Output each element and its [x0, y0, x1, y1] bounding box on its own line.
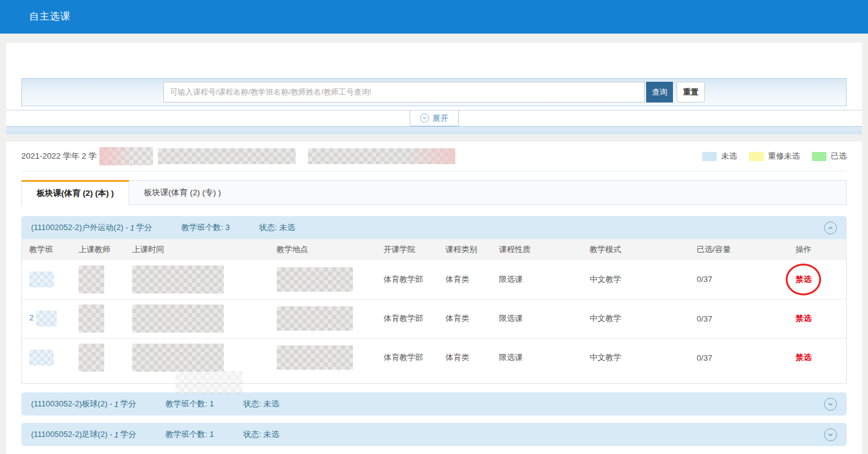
- selected-swatch: [812, 152, 827, 161]
- table-row: 2 体育教学部 体育类 限选课 中文教学 0/37 禁选: [22, 299, 846, 338]
- collapse-control[interactable]: [824, 222, 837, 234]
- tab-sports-undergrad[interactable]: 板块课(体育 (2) (本) ): [21, 180, 129, 205]
- mode-cell: 中文教学: [582, 260, 689, 299]
- chevron-down-circle-icon: [824, 428, 837, 441]
- nature-cell: 限选课: [492, 299, 583, 338]
- decorative-band: [6, 126, 862, 134]
- class-count: 教学班个数: 3: [181, 222, 229, 233]
- mode-cell: 中文教学: [582, 299, 689, 338]
- capacity-cell: 0/37: [689, 299, 788, 338]
- semester-row: 2021-2022 学年 2 学 未选 重修未选 已选: [21, 142, 847, 171]
- mode-cell: 中文教学: [582, 338, 689, 377]
- capacity-cell: 0/37: [689, 338, 788, 377]
- col-header-category: 课程类别: [438, 239, 492, 260]
- expand-control[interactable]: [824, 398, 837, 411]
- redacted-teacher: [79, 304, 104, 333]
- redaction-smudge: [176, 371, 243, 394]
- course-selection-card: 2021-2022 学年 2 学 未选 重修未选 已选 板块课(体育 (2) (…: [6, 142, 862, 454]
- category-cell: 体育类: [438, 260, 492, 299]
- redacted-time: [132, 265, 224, 294]
- nature-cell: 限选课: [492, 338, 583, 377]
- legend-label: 已选: [831, 151, 847, 162]
- teaching-class-table-panel: 教学班 上课教师 上课时间 教学地点 开课学院 课程类别 课程性质 教学模式 已…: [21, 239, 847, 384]
- table-header-row: 教学班 上课教师 上课时间 教学地点 开课学院 课程类别 课程性质 教学模式 已…: [22, 239, 846, 260]
- col-header-time: 上课时间: [125, 239, 269, 260]
- table-row: 体育教学部 体育类 限选课 中文教学 0/37 禁选: [22, 338, 846, 377]
- legend-item-unselected: 未选: [702, 151, 737, 162]
- search-panel: 查询 重置: [21, 78, 847, 106]
- expand-control[interactable]: [824, 428, 837, 441]
- col-header-nature: 课程性质: [492, 239, 583, 260]
- legend-label: 未选: [721, 151, 737, 162]
- search-input[interactable]: [163, 82, 645, 103]
- redacted-location: [277, 345, 353, 370]
- nature-cell: 限选课: [492, 260, 583, 299]
- redacted-class-name: [29, 350, 54, 366]
- col-header-college: 开课学院: [376, 239, 438, 260]
- category-cell: 体育类: [438, 338, 492, 377]
- college-cell: 体育教学部: [376, 299, 438, 338]
- col-header-capacity: 已选/容量: [689, 239, 788, 260]
- redacted-teacher: [79, 344, 104, 372]
- expand-row: 展开: [6, 110, 862, 126]
- college-cell: 体育教学部: [376, 338, 438, 377]
- course-credit: 1: [112, 430, 120, 439]
- course-status: 状态: 未选: [243, 429, 279, 440]
- redacted-location: [277, 306, 353, 331]
- col-header-location: 教学地点: [269, 239, 377, 260]
- redacted-block: [308, 148, 455, 164]
- redacted-time: [132, 344, 224, 372]
- table-row: 体育教学部 体育类 限选课 中文教学 0/37 禁选: [22, 260, 846, 299]
- class-count: 教学班个数: 1: [165, 398, 213, 409]
- app-header: 自主选课: [0, 0, 868, 34]
- reset-button[interactable]: 重置: [677, 82, 705, 103]
- unselected-swatch: [702, 152, 717, 161]
- college-cell: 体育教学部: [376, 260, 438, 299]
- query-button[interactable]: 查询: [646, 82, 673, 103]
- course-panel-header-cricket[interactable]: (111003052-2)板球(2) - 1 学分 教学班个数: 1 状态: 未…: [21, 392, 847, 416]
- course-title: (111003052-2)板球(2) -: [31, 398, 112, 409]
- course-panel-header-football[interactable]: (111005052-2)足球(2) - 1 学分 教学班个数: 1 状态: 未…: [21, 423, 847, 446]
- redacted-teacher: [79, 265, 104, 294]
- course-status: 状态: 未选: [259, 222, 295, 233]
- course-credit: 1: [112, 400, 120, 409]
- course-credit-unit: 学分: [120, 429, 136, 440]
- legend-item-retake-unselected: 重修未选: [749, 151, 800, 162]
- redacted-class-name: [36, 311, 57, 326]
- retake-unselected-swatch: [749, 152, 764, 161]
- redacted-time: [132, 304, 224, 333]
- course-panel-header-outdoor[interactable]: (111002052-2)户外运动(2) - 1 学分 教学班个数: 3 状态:…: [21, 216, 847, 239]
- teaching-class-table: 教学班 上课教师 上课时间 教学地点 开课学院 课程类别 课程性质 教学模式 已…: [22, 239, 846, 377]
- redacted-class-name: [29, 272, 54, 287]
- action-forbidden-link[interactable]: 禁选: [795, 351, 811, 364]
- redacted-location: [277, 267, 353, 292]
- col-header-action: 操作: [788, 239, 846, 260]
- col-header-class: 教学班: [22, 239, 71, 260]
- col-header-teacher: 上课教师: [71, 239, 125, 260]
- search-card: 查询 重置 展开: [6, 43, 862, 134]
- capacity-cell: 0/37: [689, 260, 788, 299]
- expand-toggle[interactable]: 展开: [410, 110, 459, 126]
- course-status: 状态: 未选: [243, 398, 279, 409]
- action-forbidden-link[interactable]: 禁选: [795, 312, 811, 325]
- course-credit-unit: 学分: [136, 222, 152, 233]
- legend-label: 重修未选: [768, 151, 800, 162]
- category-tabs: 板块课(体育 (2) (本) ) 板块课(体育 (2) (专) ): [21, 180, 847, 205]
- expand-label: 展开: [433, 113, 449, 124]
- col-header-mode: 教学模式: [582, 239, 689, 260]
- course-credit: 1: [128, 223, 136, 232]
- class-name-partial: 2: [29, 313, 34, 322]
- page-title: 自主选课: [29, 10, 71, 23]
- course-title: (111002052-2)户外运动(2) -: [31, 222, 128, 233]
- course-credit-unit: 学分: [120, 398, 136, 409]
- class-count: 教学班个数: 1: [165, 429, 213, 440]
- action-forbidden-link[interactable]: 禁选: [795, 273, 811, 286]
- chevron-down-circle-icon: [824, 398, 837, 411]
- term-label: 2021-2022 学年 2 学: [21, 151, 97, 162]
- tab-sports-vocational[interactable]: 板块课(体育 (2) (专) ): [129, 181, 236, 204]
- redacted-block: [99, 147, 153, 165]
- course-title: (111005052-2)足球(2) -: [31, 429, 112, 440]
- redacted-block: [158, 148, 296, 164]
- chevron-down-circle-icon: [420, 114, 429, 123]
- legend-item-selected: 已选: [812, 151, 847, 162]
